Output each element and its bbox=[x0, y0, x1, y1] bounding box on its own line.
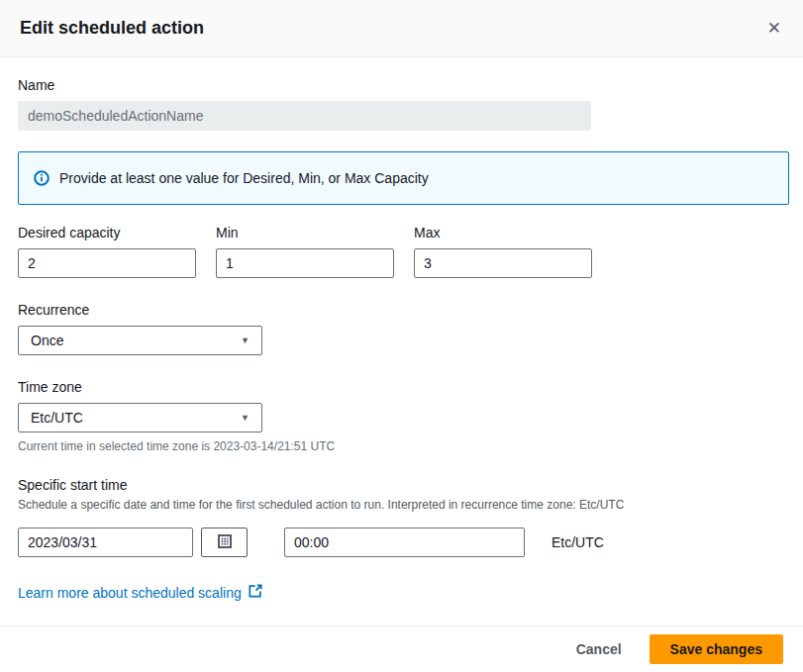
calendar-icon bbox=[217, 533, 233, 552]
current-time-caption: Current time in selected time zone is 20… bbox=[18, 439, 785, 453]
start-date-input[interactable] bbox=[18, 528, 193, 557]
timezone-select[interactable]: Etc/UTC ▼ bbox=[18, 403, 262, 432]
desired-capacity-label: Desired capacity bbox=[18, 225, 196, 240]
timezone-field: Time zone Etc/UTC ▼ Current time in sele… bbox=[18, 379, 785, 453]
min-capacity-field: Min bbox=[216, 225, 394, 278]
caret-down-icon: ▼ bbox=[241, 414, 250, 423]
timezone-suffix: Etc/UTC bbox=[552, 534, 604, 550]
learn-more-link[interactable]: Learn more about scheduled scaling bbox=[18, 584, 262, 601]
min-capacity-label: Min bbox=[216, 225, 394, 240]
alert-text: Provide at least one value for Desired, … bbox=[59, 170, 429, 186]
edit-scheduled-action-modal: Edit scheduled action ✕ Name Provide at … bbox=[0, 0, 803, 672]
desired-capacity-field: Desired capacity bbox=[18, 225, 196, 278]
cancel-button[interactable]: Cancel bbox=[576, 637, 622, 661]
name-input[interactable] bbox=[18, 101, 591, 131]
calendar-button[interactable] bbox=[201, 528, 248, 557]
caret-down-icon: ▼ bbox=[241, 336, 250, 345]
modal-content: Name Provide at least one value for Desi… bbox=[0, 57, 803, 625]
start-time-input[interactable] bbox=[284, 528, 525, 557]
name-label: Name bbox=[18, 77, 785, 93]
timezone-label: Time zone bbox=[18, 379, 785, 395]
timezone-selected-value: Etc/UTC bbox=[31, 410, 83, 426]
info-alert: Provide at least one value for Desired, … bbox=[18, 151, 789, 205]
max-capacity-label: Max bbox=[414, 225, 592, 240]
recurrence-field: Recurrence Once ▼ bbox=[18, 302, 785, 355]
max-capacity-input[interactable] bbox=[414, 248, 592, 278]
recurrence-label: Recurrence bbox=[18, 302, 785, 318]
modal-footer: Cancel Save changes bbox=[0, 625, 803, 672]
info-icon bbox=[34, 170, 50, 186]
min-capacity-input[interactable] bbox=[216, 248, 394, 278]
modal-title: Edit scheduled action bbox=[20, 18, 204, 39]
external-link-icon bbox=[249, 584, 262, 601]
close-icon[interactable]: ✕ bbox=[765, 16, 783, 41]
capacity-row: Desired capacity Min Max bbox=[18, 225, 785, 278]
desired-capacity-input[interactable] bbox=[18, 248, 196, 278]
max-capacity-field: Max bbox=[414, 225, 592, 278]
specific-start-time-label: Specific start time bbox=[18, 477, 785, 493]
specific-start-time-description: Schedule a specific date and time for th… bbox=[18, 498, 785, 512]
recurrence-select[interactable]: Once ▼ bbox=[18, 326, 262, 355]
recurrence-selected-value: Once bbox=[31, 333, 63, 348]
datetime-row: Etc/UTC bbox=[18, 528, 785, 557]
save-changes-button[interactable]: Save changes bbox=[650, 634, 783, 664]
modal-header: Edit scheduled action ✕ bbox=[0, 0, 803, 57]
learn-more-link-label: Learn more about scheduled scaling bbox=[18, 585, 242, 601]
specific-start-time-section: Specific start time Schedule a specific … bbox=[18, 477, 785, 557]
